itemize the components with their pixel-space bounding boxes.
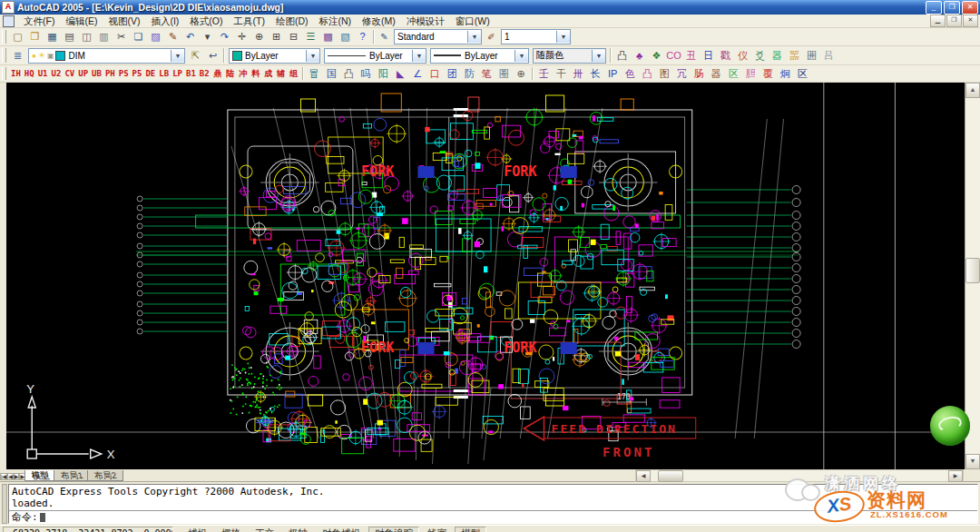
toggle-捕捉[interactable]: 捕捉 <box>181 527 213 532</box>
menu-item-die-design[interactable]: 冲模设计 <box>401 15 450 26</box>
bulb-icon[interactable]: ● <box>32 52 36 60</box>
command-prompt[interactable]: 命令: <box>9 511 977 524</box>
die-strip-icon[interactable]: 戳 <box>717 47 734 64</box>
die-link-icon[interactable]: 爻 <box>751 47 769 64</box>
zoom-realtime-icon[interactable]: ⊕ <box>250 29 268 45</box>
command-text-area[interactable]: AutoCAD Express Tools Copyright ?2000 Au… <box>8 484 978 524</box>
dd-a12-icon[interactable]: 圈 <box>495 65 513 82</box>
die-tool-成[interactable]: 成 <box>262 66 275 82</box>
minimize-button[interactable]: _ <box>926 1 942 15</box>
mdi-restore-button[interactable]: ❐ <box>946 15 962 27</box>
copy-icon[interactable]: ❏ <box>130 29 147 45</box>
die-tool-冲[interactable]: 冲 <box>237 66 250 82</box>
lock-icon[interactable]: ▣ <box>47 52 54 60</box>
dd-a4-icon[interactable]: 吗 <box>358 65 375 82</box>
chevron-down-icon[interactable]: ▼ <box>306 50 319 62</box>
cut-icon[interactable]: ✂ <box>113 29 130 45</box>
dd-b6-icon[interactable]: 色 <box>622 65 639 82</box>
toolbar-grip[interactable] <box>2 48 6 63</box>
menu-item-window[interactable]: 窗口(W) <box>450 15 495 26</box>
horizontal-scroll-thumb[interactable] <box>658 470 683 482</box>
tab-nav-0[interactable]: |◀ <box>0 473 7 480</box>
redo-icon[interactable]: ↷ <box>216 29 233 45</box>
dd-b10-icon[interactable]: 肠 <box>691 65 708 82</box>
menu-item-dimension[interactable]: 标注(N) <box>314 15 358 26</box>
toolbar-grip[interactable] <box>2 30 6 44</box>
toggle-栅格[interactable]: 栅格 <box>215 527 247 532</box>
properties-icon[interactable]: ☰ <box>302 29 319 45</box>
dd-a9-icon[interactable]: 团 <box>444 65 461 82</box>
scroll-right-icon[interactable]: ▶ <box>948 470 963 482</box>
toolbar-grip[interactable] <box>2 67 6 80</box>
die-wing-icon[interactable]: ♣ <box>631 47 648 64</box>
die-tool-U1[interactable]: U1 <box>36 65 50 81</box>
dd-b5-icon[interactable]: IP <box>604 65 622 82</box>
model-space-canvas[interactable]: FORK FORK FORK FORK 170 FEED DIRECTION F… <box>6 83 965 469</box>
die-tool-U2[interactable]: U2 <box>50 65 64 81</box>
scroll-up-icon[interactable]: ▲ <box>965 83 980 98</box>
linetype-combo[interactable]: ByLayer ▼ <box>324 48 426 64</box>
die-tool-辅[interactable]: 辅 <box>275 66 288 82</box>
die-plates-icon[interactable]: 噐 <box>786 47 803 64</box>
lineweight-combo[interactable]: ByLayer ▼ <box>430 48 529 64</box>
die-sheet-icon[interactable]: 吕 <box>820 47 838 64</box>
open-icon[interactable]: ❒ <box>26 29 44 45</box>
mdi-close-button[interactable]: ✕ <box>963 15 978 27</box>
make-object-layer-current-icon[interactable]: ⇱ <box>187 47 204 64</box>
dd-b14-icon[interactable]: 覆 <box>760 65 777 82</box>
save-icon[interactable]: ▦ <box>44 29 61 45</box>
chevron-down-icon[interactable]: ▼ <box>171 50 184 62</box>
tab-布局1[interactable]: 布局1 <box>54 470 90 481</box>
text-style-icon[interactable]: ✎ <box>377 29 392 45</box>
undo-list-icon[interactable]: ▾ <box>199 29 216 45</box>
die-stack-icon[interactable]: 器 <box>769 47 786 64</box>
menu-item-tools[interactable]: 工具(T) <box>229 15 270 26</box>
chevron-down-icon[interactable]: ▼ <box>412 50 426 62</box>
plot-preview-icon[interactable]: ◫ <box>78 29 95 45</box>
dd-a7-icon[interactable]: ∠ <box>409 65 426 82</box>
die-tool-LB[interactable]: LB <box>157 65 171 81</box>
die-frame-icon[interactable]: 凸 <box>613 47 631 64</box>
dd-b16-icon[interactable]: 区 <box>794 65 811 82</box>
die-tool-陆[interactable]: 陆 <box>224 66 237 82</box>
undo-icon[interactable]: ↶ <box>181 29 199 45</box>
chevron-down-icon[interactable]: ▼ <box>467 31 481 43</box>
dd-b4-icon[interactable]: 长 <box>587 65 604 82</box>
match-properties-icon[interactable]: ✎ <box>164 29 181 45</box>
dd-a5-icon[interactable]: 阳 <box>375 65 392 82</box>
dd-b11-icon[interactable]: 器 <box>708 65 725 82</box>
layer-combo[interactable]: ● ☀ ▣ DIM ▼ <box>28 48 185 64</box>
scroll-left-icon[interactable]: ◀ <box>636 470 651 482</box>
layer-manager-icon[interactable]: ≣ <box>9 47 26 64</box>
toggle-对象捕捉[interactable]: 对象捕捉 <box>316 527 367 532</box>
menu-item-insert[interactable]: 插入(I) <box>145 15 184 26</box>
toggle-模型[interactable]: 模型 <box>455 527 486 532</box>
die-co-icon[interactable]: CO <box>665 47 682 64</box>
die-tool-B2[interactable]: B2 <box>198 65 211 81</box>
die-tool-HQ[interactable]: HQ <box>23 65 36 81</box>
dd-a2-icon[interactable]: 国 <box>323 65 340 82</box>
mdi-minimize-button[interactable]: ▁ <box>930 15 946 27</box>
dd-a6-icon[interactable]: ◣ <box>392 65 409 82</box>
new-icon[interactable]: ▢ <box>9 29 26 45</box>
menu-item-file[interactable]: 文件(F) <box>18 15 60 26</box>
toggle-正交[interactable]: 正交 <box>249 527 280 532</box>
dd-a1-icon[interactable]: 冒 <box>306 65 323 82</box>
dim-style-icon[interactable]: ✐ <box>484 29 499 45</box>
tool-palettes-icon[interactable]: ▧ <box>337 29 354 45</box>
color-control-combo[interactable]: ByLayer ▼ <box>229 48 320 64</box>
help-icon[interactable]: ? <box>354 28 371 44</box>
die-tool-组[interactable]: 组 <box>288 66 300 82</box>
plot-style-combo[interactable]: 随颜色 ▼ <box>533 48 606 64</box>
tab-模型[interactable]: 模型 <box>24 470 56 481</box>
die-tool-DE[interactable]: DE <box>143 65 157 81</box>
toggle-对象追踪[interactable]: 对象追踪 <box>368 527 419 532</box>
scroll-down-icon[interactable]: ▼ <box>965 454 980 469</box>
text-style-combo[interactable]: Standard ▼ <box>394 29 482 44</box>
dd-a13-icon[interactable]: ⊕ <box>513 65 530 82</box>
horizontal-scrollbar[interactable]: ◀ ▶ <box>635 469 964 482</box>
dd-b13-icon[interactable]: 胆 <box>742 65 760 82</box>
dd-b3-icon[interactable]: 卅 <box>570 65 587 82</box>
dd-a11-icon[interactable]: 笔 <box>478 65 495 82</box>
menu-item-view[interactable]: 视图(V) <box>103 15 145 26</box>
